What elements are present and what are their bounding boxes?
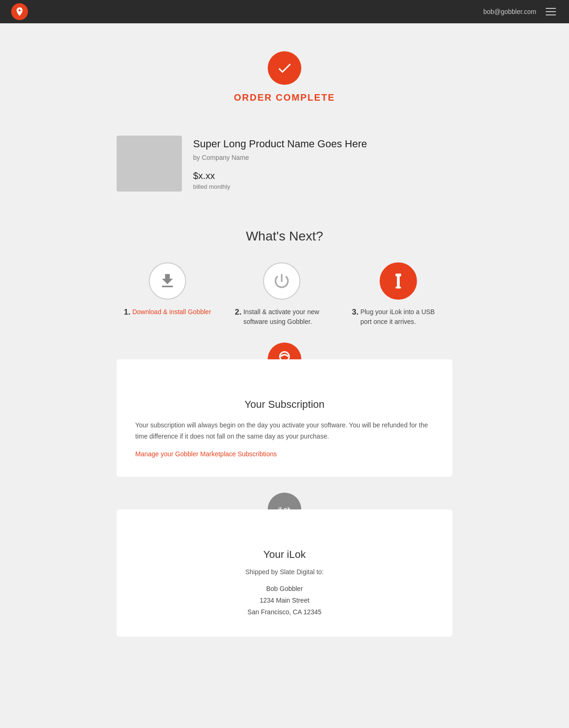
subscription-card-wrapper: Your Subscription Your subscription will… — [117, 359, 452, 477]
step-3-number: 3. — [352, 308, 358, 317]
step-2: 2. Install & activate your new software … — [235, 262, 328, 327]
ilok-card-body: Your iLok Shipped by Slate Digital to: B… — [135, 549, 434, 618]
product-company: by Company Name — [193, 154, 367, 161]
product-name: Super Long Product Name Goes Here — [193, 137, 367, 151]
user-email: bob@gobbler.com — [483, 8, 536, 15]
subscription-body-text: Your subscription will always begin on t… — [135, 420, 434, 442]
ilok-card: Your iLok Shipped by Slate Digital to: B… — [117, 509, 452, 637]
checkmark-icon — [276, 60, 293, 76]
steps-row: 1. Download & install Gobbler 2. Install… — [117, 262, 452, 327]
subscription-title: Your Subscription — [135, 398, 434, 411]
step-2-text: Install & activate your new software usi… — [243, 307, 328, 327]
svg-rect-2 — [396, 287, 401, 288]
order-complete-section: ORDER COMPLETE — [117, 51, 452, 103]
subscription-card-body: Your Subscription Your subscription will… — [135, 398, 434, 458]
ilok-title: Your iLok — [135, 549, 434, 561]
power-icon — [272, 272, 291, 290]
ilok-address: Bob Gobbler 1234 Main Street San Francis… — [135, 583, 434, 618]
order-complete-icon-circle — [268, 51, 301, 85]
step-3: USB 3. Plug your iLok into a USB port on… — [352, 262, 445, 327]
step-3-content: 3. Plug your iLok into a USB port once i… — [352, 307, 445, 327]
ilok-address-city: San Francisco, CA 12345 — [135, 606, 434, 618]
product-card: Super Long Product Name Goes Here by Com… — [117, 126, 452, 201]
svg-text:USB: USB — [396, 274, 401, 276]
step-1-content: 1. Download & install Gobbler — [124, 307, 211, 317]
ilok-address-name: Bob Gobbler — [135, 583, 434, 595]
step-1: 1. Download & install Gobbler — [124, 262, 211, 317]
step-3-icon-wrap: USB — [380, 262, 417, 300]
hamburger-menu-button[interactable] — [544, 6, 558, 17]
step-1-icon-wrap — [149, 262, 186, 300]
step-2-number: 2. — [235, 308, 242, 317]
step-1-number: 1. — [124, 308, 130, 317]
gobbler-logo-icon — [14, 7, 25, 17]
hamburger-line-3 — [546, 14, 556, 15]
product-image — [117, 136, 182, 192]
subscription-card: Your Subscription Your subscription will… — [117, 359, 452, 477]
header-right: bob@gobbler.com — [483, 6, 558, 17]
ilok-shipped-text: Shipped by Slate Digital to: — [135, 568, 434, 576]
hamburger-line-1 — [546, 8, 556, 9]
product-price: $x.xx — [193, 171, 367, 181]
product-billing: billed monthly — [193, 183, 367, 190]
order-complete-title: ORDER COMPLETE — [117, 92, 452, 103]
main-content: ORDER COMPLETE Super Long Product Name G… — [107, 23, 462, 674]
hamburger-line-2 — [546, 11, 556, 12]
whats-next-heading: What's Next? — [117, 229, 452, 244]
download-gobbler-link[interactable]: Download & install Gobbler — [132, 308, 211, 316]
app-header: bob@gobbler.com — [0, 0, 569, 23]
svg-rect-1 — [397, 276, 400, 287]
usb-icon: USB — [389, 272, 408, 290]
step-2-icon-wrap — [263, 262, 300, 300]
manage-subscriptions-link[interactable]: Manage your Gobbler Marketplace Subscrib… — [135, 450, 277, 458]
ilok-card-wrapper: iLok Your iLok Shipped by Slate Digital … — [117, 509, 452, 637]
download-icon — [158, 272, 177, 290]
step-3-text: Plug your iLok into a USB port once it a… — [361, 307, 445, 327]
step-1-text: Download & install Gobbler — [132, 307, 211, 317]
ilok-address-street: 1234 Main Street — [135, 595, 434, 606]
step-2-content: 2. Install & activate your new software … — [235, 307, 328, 327]
product-info: Super Long Product Name Goes Here by Com… — [193, 136, 367, 190]
logo-button[interactable] — [11, 3, 28, 20]
